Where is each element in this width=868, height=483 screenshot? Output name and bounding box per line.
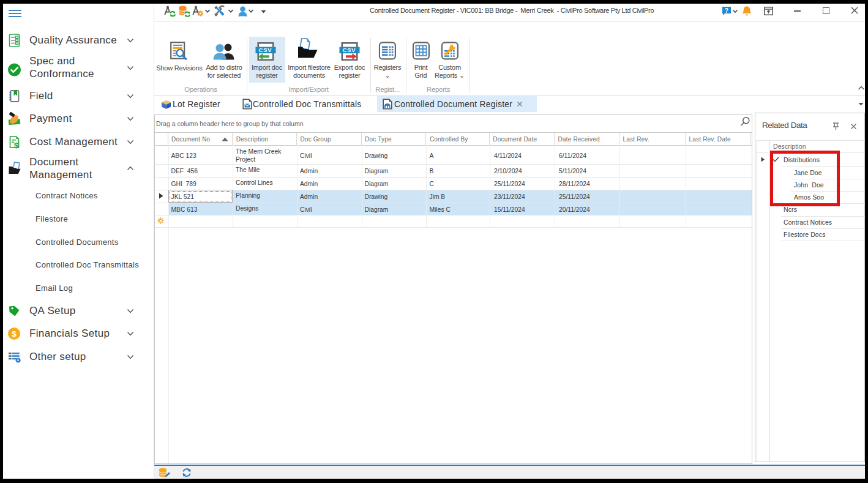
svg-text:$: $	[14, 140, 19, 149]
svg-text:CSV: CSV	[342, 47, 355, 53]
svg-text:CSV: CSV	[258, 47, 271, 53]
svg-text:?: ?	[725, 7, 728, 14]
svg-text:$: $	[12, 329, 17, 339]
